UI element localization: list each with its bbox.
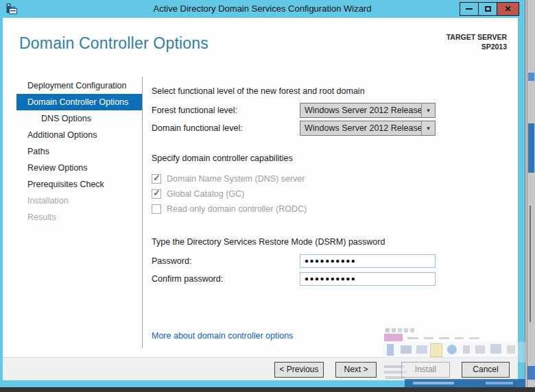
titlebar[interactable]: Active Directory Domain Services Configu… <box>0 0 525 18</box>
chevron-down-icon: ▼ <box>426 125 431 132</box>
page-title: Domain Controller Options <box>19 34 209 53</box>
background-window-edge <box>525 0 535 392</box>
wizard-window: Active Directory Domain Services Configu… <box>0 0 525 387</box>
background-window-border <box>527 0 527 392</box>
global-catalog-checkbox-row: ✓ Global Catalog (GC) <box>152 186 518 201</box>
password-label: Password: <box>152 256 300 266</box>
wizard-nav: Deployment Configuration Domain Controll… <box>3 71 142 357</box>
wizard-content: Deployment Configuration Domain Controll… <box>3 71 518 357</box>
window-controls: ✕ <box>460 2 519 16</box>
password-row: Password: ●●●●●●●●●● <box>152 252 518 270</box>
nav-item-results: Results <box>16 209 142 225</box>
confirm-password-input[interactable]: ●●●●●●●●●● <box>300 272 436 286</box>
domain-functional-level-row: Domain functional level: Windows Server … <box>152 119 518 137</box>
check-icon: ✓ <box>153 173 160 183</box>
nav-item-review-options[interactable]: Review Options <box>16 160 142 176</box>
rodc-checkbox <box>152 204 161 214</box>
taskbar-edge <box>0 387 535 392</box>
dsrm-heading: Type the Directory Services Restore Mode… <box>152 237 518 247</box>
forest-dropdown-button[interactable]: ▼ <box>421 103 435 117</box>
functional-level-heading: Select functional level of the new fores… <box>152 86 518 96</box>
dns-server-checkbox: ✓ <box>152 174 161 184</box>
forest-functional-level-label: Forest functional level: <box>152 106 300 115</box>
background-window-line <box>530 206 531 322</box>
rodc-checkbox-row: Read only domain controller (RODC) <box>152 201 518 217</box>
nav-item-paths[interactable]: Paths <box>16 143 142 160</box>
check-icon: ✓ <box>153 188 160 198</box>
options-form: Select functional level of the new fores… <box>143 71 518 357</box>
domain-functional-level-value: Windows Server 2012 Release Ca <box>300 123 421 133</box>
password-input[interactable]: ●●●●●●●●●● <box>300 254 436 268</box>
dns-server-checkbox-row: ✓ Domain Name System (DNS) server <box>152 171 518 186</box>
confirm-password-row: Confirm password: ●●●●●●●●●● <box>152 270 518 288</box>
nav-item-domain-controller-options[interactable]: Domain Controller Options <box>16 94 142 110</box>
background-scrollbar-mark <box>528 73 534 81</box>
target-server-label: TARGET SERVER <box>447 32 507 42</box>
close-icon: ✕ <box>504 5 511 13</box>
wizard-header: Domain Controller Options TARGET SERVER … <box>3 18 518 71</box>
more-about-link[interactable]: More about domain controller options <box>152 331 293 341</box>
maximize-icon <box>485 6 491 12</box>
forest-functional-level-select[interactable]: Windows Server 2012 Release Ca ▼ <box>300 103 436 118</box>
capabilities-heading: Specify domain controller capabilities <box>152 154 518 163</box>
minimize-button[interactable] <box>460 2 479 16</box>
chevron-down-icon: ▼ <box>426 108 431 114</box>
nav-item-deployment-configuration[interactable]: Deployment Configuration <box>16 77 142 94</box>
install-button: Install <box>401 362 450 378</box>
capabilities-checkboxes: ✓ Domain Name System (DNS) server ✓ Glob… <box>152 171 518 217</box>
nav-item-prerequisites-check[interactable]: Prerequisites Check <box>16 176 142 193</box>
wizard-body: Domain Controller Options TARGET SERVER … <box>3 18 518 380</box>
desktop: Active Directory Domain Services Configu… <box>0 0 535 392</box>
domain-dropdown-button[interactable]: ▼ <box>421 121 435 135</box>
global-catalog-checkbox: ✓ <box>152 189 161 199</box>
close-button[interactable]: ✕ <box>497 2 519 16</box>
target-server-name: SP2013 <box>447 42 507 51</box>
forest-functional-level-row: Forest functional level: Windows Server … <box>152 101 518 119</box>
nav-item-dns-options[interactable]: DNS Options <box>16 110 142 127</box>
window-title: Active Directory Domain Services Configu… <box>0 3 525 14</box>
forest-functional-level-value: Windows Server 2012 Release Ca <box>300 106 421 115</box>
domain-functional-level-label: Domain functional level: <box>152 123 300 133</box>
rodc-checkbox-label: Read only domain controller (RODC) <box>167 204 307 214</box>
minimize-icon <box>466 8 473 10</box>
maximize-button[interactable] <box>478 2 497 16</box>
dns-server-checkbox-label: Domain Name System (DNS) server <box>167 174 305 184</box>
confirm-password-label: Confirm password: <box>152 274 300 284</box>
target-server-block: TARGET SERVER SP2013 <box>447 32 507 51</box>
background-window-fragment <box>527 366 535 380</box>
global-catalog-checkbox-label: Global Catalog (GC) <box>167 189 244 199</box>
nav-item-additional-options[interactable]: Additional Options <box>16 127 142 143</box>
nav-item-installation: Installation <box>16 193 142 209</box>
domain-functional-level-select[interactable]: Windows Server 2012 Release Ca ▼ <box>300 121 436 136</box>
previous-button[interactable]: < Previous <box>274 362 324 378</box>
cancel-button[interactable]: Cancel <box>462 362 510 378</box>
next-button[interactable]: Next > <box>335 362 377 378</box>
background-scrollbar-thumb <box>528 123 534 173</box>
wizard-footer: < Previous Next > Install Cancel <box>3 357 518 380</box>
